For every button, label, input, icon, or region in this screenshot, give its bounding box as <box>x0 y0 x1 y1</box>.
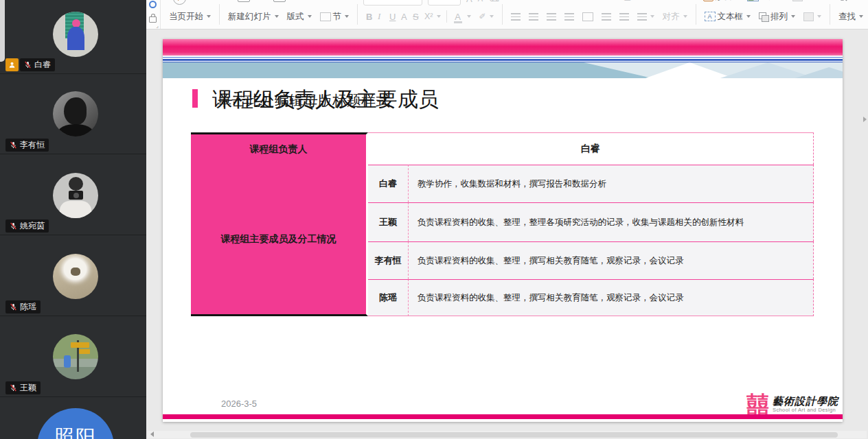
textbox-button[interactable]: A 文本框 <box>700 8 755 25</box>
textbox-icon: A <box>705 12 716 21</box>
chart-icon <box>792 0 803 1</box>
italic-button[interactable]: I <box>374 8 385 25</box>
chart-button[interactable] <box>792 0 810 1</box>
reset-button[interactable]: ⟲ 重置 <box>309 0 334 2</box>
distribute-button[interactable] <box>578 8 597 25</box>
play-icon[interactable] <box>173 0 186 5</box>
participant-name-chip: 陈瑶 <box>5 300 41 313</box>
presentation-toolbar: ⌟ 当页开始 ⟲ 重置 新建幻灯片 版式 节 <box>146 0 868 29</box>
strikethrough-button[interactable]: S <box>409 8 420 25</box>
title-accent-bar <box>192 89 198 108</box>
shapes-button[interactable]: 形状 <box>703 0 739 2</box>
font-color-button[interactable]: A <box>448 8 475 25</box>
slide-title[interactable]: 课程组负责人及主要成员 <box>212 86 439 114</box>
meeting-participants-sidebar: 白睿 李有恒 <box>0 0 147 439</box>
bold-button[interactable]: B <box>362 8 374 25</box>
picture-icon <box>747 0 759 1</box>
scroll-left-icon[interactable] <box>150 431 154 437</box>
member-duty: 教学协作，收集数据和材料，撰写报告和数据分析 <box>409 165 814 202</box>
clear-format-icon[interactable]: ⌫ <box>488 0 499 3</box>
mic-muted-icon <box>10 222 17 230</box>
mic-muted-icon <box>10 141 17 149</box>
scrollbar-thumb[interactable] <box>190 432 838 438</box>
chevron-down-icon <box>345 15 349 18</box>
participant-name: 照阳 <box>54 424 97 439</box>
slide-bottom-pink-bar <box>163 414 843 419</box>
line-spacing-up-button[interactable] <box>597 8 615 25</box>
section-icon <box>320 12 331 21</box>
align-right-button[interactable] <box>542 8 560 25</box>
status-dot-icon <box>149 1 157 8</box>
select-button[interactable]: 选择 <box>864 0 868 2</box>
search-icon[interactable] <box>838 0 846 1</box>
picture-button[interactable]: 图片 <box>747 0 784 2</box>
highlight-button[interactable]: ✐ <box>475 8 498 25</box>
arrange-button[interactable]: 排列 <box>755 8 799 25</box>
find-button[interactable]: 查找 <box>834 8 867 25</box>
outdent-icon[interactable]: ⇤ <box>551 0 558 1</box>
band-teal-shape <box>163 62 652 78</box>
section-button[interactable]: 节 <box>316 8 354 25</box>
avatar <box>53 334 98 379</box>
decrease-font-icon[interactable]: A <box>478 0 483 3</box>
participant-tile[interactable]: 姚宛茵 <box>0 154 146 235</box>
char-spacing-button[interactable]: A <box>397 8 409 25</box>
placeholder-button[interactable] <box>799 8 825 25</box>
horizontal-scrollbar[interactable] <box>148 431 867 438</box>
participant-tile[interactable]: 王颖 <box>0 316 146 397</box>
play-from-current-button[interactable]: 当页开始 <box>165 8 215 25</box>
participant-tile[interactable]: 陈瑶 <box>0 235 146 316</box>
arrange-icon <box>759 12 768 21</box>
align-left-button[interactable] <box>507 8 525 25</box>
toolbar-left-rail: ⌟ <box>146 0 161 29</box>
member-name: 白睿 <box>368 165 409 202</box>
font-family-select[interactable] <box>363 0 422 5</box>
participant-tile[interactable]: 照阳 <box>0 396 146 439</box>
panel-launcher-icon[interactable]: ⌟ <box>156 23 159 29</box>
slide-canvas[interactable]: 单击此处编辑母版标题样式 课程组负责人及主要成员 课程组负责人 白睿 课程组主要… <box>163 39 843 422</box>
columns-icon[interactable]: ▤ <box>624 0 631 1</box>
font-size-select[interactable] <box>428 0 461 5</box>
superscript-button[interactable]: X² <box>420 8 445 25</box>
avatar-photo-shape <box>58 124 93 137</box>
participant-name-chip: 李有恒 <box>5 139 49 152</box>
avatar <box>53 173 98 218</box>
text-direction-icon[interactable]: ab▾ <box>584 0 597 1</box>
avatar-photo-shape <box>79 349 90 354</box>
group-play: 当页开始 <box>161 0 219 29</box>
distribute-icon <box>582 12 593 21</box>
underline-button[interactable]: U <box>385 8 397 25</box>
align-objects-button[interactable]: 对齐 <box>659 8 692 25</box>
group-font: A A ⌫ B I U A S X² A ✐ <box>358 0 502 29</box>
app-window: 白睿 李有恒 <box>0 0 868 439</box>
increase-font-icon[interactable]: A <box>466 0 472 4</box>
line-spacing-down-button[interactable] <box>615 8 633 25</box>
bullet-list-icon[interactable]: ☰▾ <box>510 0 521 1</box>
participant-tile[interactable]: 白睿 <box>0 0 146 74</box>
avatar-initials: 照阳 <box>37 408 114 439</box>
avatar-photo-shape <box>64 355 71 368</box>
align-center-button[interactable] <box>525 8 542 25</box>
participant-name: 姚宛茵 <box>20 220 45 232</box>
participant-name: 陈瑶 <box>20 301 36 313</box>
indent-icon[interactable]: ⇥ <box>568 0 575 1</box>
panel-collapse-icon[interactable] <box>863 117 867 122</box>
numbered-list-icon[interactable]: ≔▾ <box>530 0 542 1</box>
band-blue-triangle <box>795 67 843 78</box>
new-slide-icon <box>238 0 250 2</box>
font-color-icon: A <box>453 12 464 22</box>
layout-button[interactable]: 版式 <box>283 8 316 25</box>
members-table[interactable]: 课程组负责人 白睿 课程组主要成员及分工情况 白睿 教学协作，收集数据和材料，撰… <box>191 132 814 316</box>
participant-tile[interactable]: 李有恒 <box>0 73 146 154</box>
avatar <box>53 91 98 137</box>
participant-name: 王颖 <box>20 382 36 394</box>
band-white-triangle <box>646 62 734 78</box>
band-blue-triangle <box>720 62 816 78</box>
chevron-down-icon <box>817 15 821 18</box>
new-slide-button[interactable]: 新建幻灯片 <box>224 8 283 25</box>
line-spacing-button[interactable] <box>633 8 659 25</box>
line-break-icon[interactable]: ↕▾ <box>606 0 615 1</box>
participant-name-chip: 王颖 <box>5 381 41 394</box>
justify-button[interactable] <box>560 8 578 25</box>
participant-name: 白睿 <box>34 59 51 71</box>
